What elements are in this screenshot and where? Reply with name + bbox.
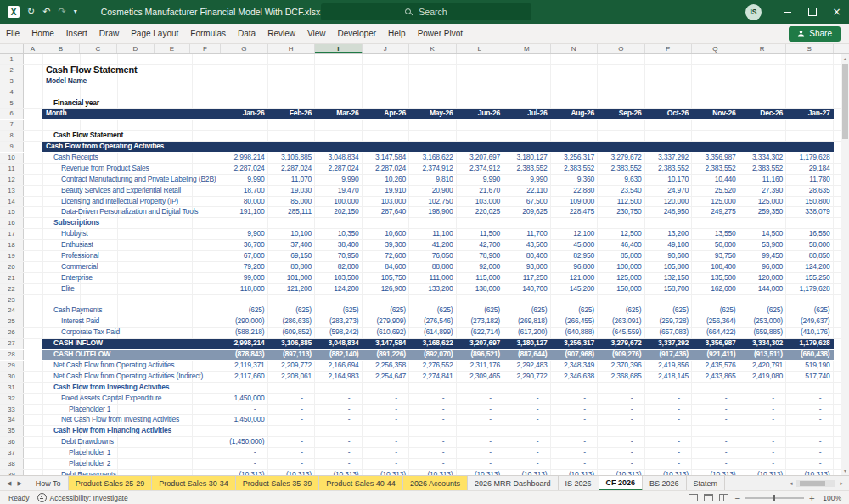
cell-J4[interactable]: [363, 87, 410, 98]
cell-L6[interactable]: Jun-26: [457, 109, 504, 119]
cell-O34[interactable]: -: [598, 415, 645, 425]
cell-A27[interactable]: [24, 339, 42, 349]
cell-L25[interactable]: (273,182): [457, 316, 504, 327]
cell-S22[interactable]: 1,179,628: [786, 284, 834, 294]
next-sheet-icon[interactable]: ▶: [17, 480, 21, 487]
cell-I36[interactable]: -: [315, 437, 363, 447]
cell-M36[interactable]: -: [503, 437, 551, 447]
cell-H17[interactable]: 10,100: [268, 229, 316, 239]
cell-Q5[interactable]: [692, 98, 739, 109]
cell-M4[interactable]: [503, 87, 551, 98]
cell-R14[interactable]: 125,000: [739, 197, 787, 207]
cell-N38[interactable]: -: [551, 459, 599, 469]
cell-S30[interactable]: 517,740: [786, 372, 834, 382]
cell-J9[interactable]: [363, 142, 410, 152]
cell-I2[interactable]: [315, 65, 363, 76]
cell-L21[interactable]: 115,000: [457, 273, 504, 283]
ribbon-tab-insert[interactable]: Insert: [60, 24, 93, 43]
cell-J6[interactable]: Apr-26: [363, 109, 410, 119]
column-header-S[interactable]: S: [786, 44, 834, 53]
cell-A19[interactable]: [24, 251, 42, 261]
row-header-34[interactable]: 34: [0, 415, 24, 425]
cell-A11[interactable]: [24, 164, 42, 174]
column-header-I[interactable]: I: [315, 44, 363, 53]
column-header-A[interactable]: A: [24, 44, 42, 53]
cell-G38[interactable]: -: [221, 459, 268, 469]
row-header-10[interactable]: 10: [0, 153, 24, 163]
cell-O32[interactable]: -: [598, 394, 645, 404]
cell-O11[interactable]: 2,383,552: [598, 164, 645, 174]
row-label-18[interactable]: Enthusiast: [42, 240, 221, 250]
cell-K33[interactable]: -: [409, 405, 457, 415]
cell-K29[interactable]: 2,276,552: [409, 361, 457, 371]
cell-M12[interactable]: 9,990: [503, 175, 551, 185]
cell-G20[interactable]: 79,200: [221, 262, 268, 272]
cell-H12[interactable]: 11,070: [268, 175, 316, 185]
row-header-33[interactable]: 33: [0, 405, 24, 415]
cell-O21[interactable]: 125,000: [598, 273, 645, 283]
cell-N25[interactable]: (266,455): [551, 316, 599, 327]
cell-G5[interactable]: [221, 98, 268, 109]
row-header-19[interactable]: 19: [0, 251, 24, 261]
cell-N24[interactable]: (625): [551, 305, 599, 316]
cell-J15[interactable]: 287,640: [363, 207, 410, 217]
cell-O6[interactable]: Sep-26: [598, 109, 645, 119]
cell-K22[interactable]: 133,200: [409, 284, 457, 294]
cell-J37[interactable]: -: [363, 448, 410, 458]
cell-L14[interactable]: 103,000: [457, 197, 504, 207]
ribbon-tab-file[interactable]: File: [0, 24, 25, 43]
cell-N36[interactable]: -: [551, 437, 599, 447]
cell-K37[interactable]: -: [409, 448, 457, 458]
cell-O29[interactable]: 2,370,396: [598, 361, 645, 371]
cell-I37[interactable]: -: [315, 448, 363, 458]
row-label-16[interactable]: Subscriptions: [42, 218, 221, 228]
row-header-29[interactable]: 29: [0, 361, 24, 371]
row-header-13[interactable]: 13: [0, 186, 24, 196]
cell-S19[interactable]: 80,850: [786, 251, 834, 261]
row-header-18[interactable]: 18: [0, 240, 24, 250]
cell-H33[interactable]: -: [268, 405, 316, 415]
row-label-33[interactable]: Placeholder 1: [42, 405, 221, 415]
row-label-36[interactable]: Debt Drawdowns: [42, 437, 221, 447]
cell-I23[interactable]: [315, 295, 363, 305]
cell-R18[interactable]: 53,900: [739, 240, 787, 250]
cell-P19[interactable]: 90,600: [645, 251, 693, 261]
cell-G26[interactable]: (588,218): [221, 328, 268, 338]
cell-Q10[interactable]: 3,356,987: [692, 153, 739, 163]
cell-M30[interactable]: 2,290,772: [503, 372, 551, 382]
cell-Q29[interactable]: 2,435,576: [692, 361, 739, 371]
row-label-30[interactable]: Net Cash Flow from Operating Activities …: [42, 372, 221, 382]
sheet-tab-product-sales-35-39[interactable]: Product Sales 35-39: [236, 476, 320, 490]
cell-K18[interactable]: 41,200: [409, 240, 457, 250]
cell-Q18[interactable]: 50,800: [692, 240, 739, 250]
cell-I3[interactable]: [315, 76, 363, 87]
cell-K10[interactable]: 3,168,622: [409, 153, 457, 163]
cell-J27[interactable]: 3,147,584: [363, 339, 410, 349]
cell-R16[interactable]: [739, 218, 787, 228]
cell-O13[interactable]: 23,540: [598, 186, 645, 196]
row-label-10[interactable]: Cash Receipts: [42, 153, 221, 163]
cell-O18[interactable]: 46,400: [598, 240, 645, 250]
cell-N4[interactable]: [551, 87, 599, 98]
cell-Q25[interactable]: (256,364): [692, 316, 739, 327]
cell-M16[interactable]: [503, 218, 551, 228]
cell-K23[interactable]: [409, 295, 457, 305]
cell-R29[interactable]: 2,420,791: [739, 361, 787, 371]
cell-K2[interactable]: [409, 65, 457, 76]
cell-L3[interactable]: [457, 76, 504, 87]
cell-H3[interactable]: [268, 76, 316, 87]
cell-P8[interactable]: [645, 131, 693, 141]
cell-L18[interactable]: 42,700: [457, 240, 504, 250]
row-header-8[interactable]: 8: [0, 131, 24, 141]
cell-G11[interactable]: 2,287,024: [221, 164, 268, 174]
cell-G27[interactable]: 2,998,214: [221, 339, 268, 349]
close-button[interactable]: ×: [824, 0, 849, 24]
cell-P2[interactable]: [645, 65, 693, 76]
cell-S13[interactable]: 28,635: [786, 186, 834, 196]
cell-Q26[interactable]: (664,422): [692, 328, 739, 338]
cell-S24[interactable]: (625): [786, 305, 834, 316]
column-header-O[interactable]: O: [598, 44, 645, 53]
cell-L7[interactable]: [457, 120, 504, 130]
cell-R28[interactable]: (913,511): [739, 350, 787, 360]
row-label-1[interactable]: [42, 54, 221, 64]
